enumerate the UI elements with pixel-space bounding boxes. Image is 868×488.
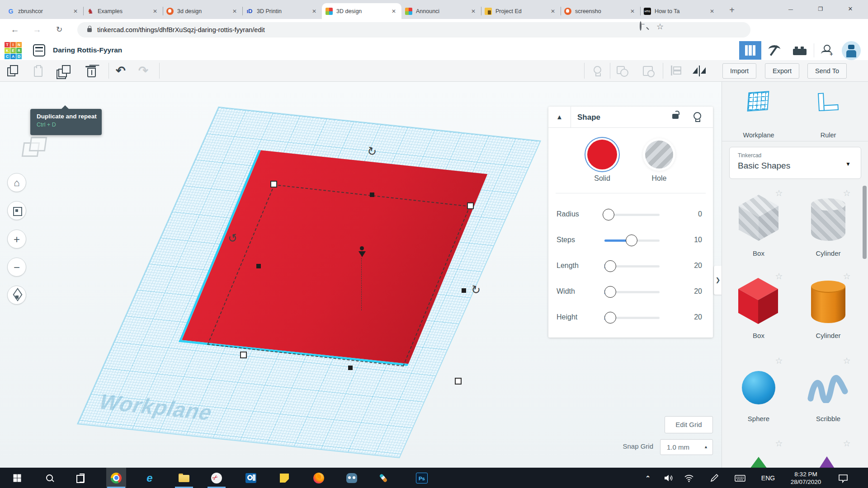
tab-close-icon[interactable] bbox=[231, 7, 239, 15]
hole-option-button[interactable] bbox=[645, 141, 673, 169]
fit-view-button[interactable] bbox=[7, 201, 26, 220]
minecraft-pickaxe-icon[interactable] bbox=[766, 43, 784, 58]
hide-shape-icon[interactable] bbox=[693, 112, 700, 122]
favorite-star-icon[interactable] bbox=[774, 439, 783, 448]
slider-value[interactable]: 20 bbox=[675, 313, 702, 321]
scale-handle[interactable] bbox=[240, 352, 247, 358]
height-handle-cone[interactable] bbox=[359, 251, 366, 257]
favorite-star-icon[interactable] bbox=[842, 272, 851, 281]
taskbar-snipping-tool-icon[interactable] bbox=[207, 468, 226, 488]
undo-icon[interactable] bbox=[114, 65, 127, 77]
task-view-button[interactable] bbox=[71, 468, 91, 488]
ungroup-icon[interactable] bbox=[642, 65, 656, 77]
browser-tab[interactable]: 3D Printin bbox=[242, 3, 322, 19]
browser-tab[interactable]: 3d design bbox=[163, 3, 242, 19]
taskbar-firefox-icon[interactable] bbox=[309, 468, 329, 488]
edge-handle[interactable] bbox=[348, 366, 353, 370]
redo-icon[interactable] bbox=[137, 65, 150, 77]
bookmark-star-icon[interactable] bbox=[656, 22, 665, 31]
zoom-out-button[interactable] bbox=[7, 258, 26, 277]
delete-icon[interactable] bbox=[85, 65, 99, 77]
tray-expand-icon[interactable] bbox=[642, 468, 654, 488]
taskbar-chrome-icon[interactable] bbox=[106, 468, 126, 488]
user-avatar[interactable] bbox=[842, 41, 861, 60]
taskbar-search-button[interactable] bbox=[40, 468, 60, 488]
browser-tab[interactable]: screensho bbox=[561, 3, 640, 19]
edge-handle[interactable] bbox=[256, 264, 261, 268]
height-handle-dot[interactable] bbox=[360, 246, 364, 250]
shape-cone-partial[interactable] bbox=[749, 457, 769, 468]
window-maximize-button[interactable] bbox=[810, 0, 831, 18]
height-slider[interactable] bbox=[604, 311, 660, 324]
favorite-star-icon[interactable] bbox=[774, 357, 783, 366]
show-all-icon[interactable] bbox=[590, 65, 604, 77]
back-button[interactable] bbox=[8, 23, 22, 37]
favorite-star-icon[interactable] bbox=[842, 189, 851, 198]
collapse-panel-icon[interactable] bbox=[548, 107, 571, 127]
edge-handle[interactable] bbox=[370, 192, 374, 197]
tab-close-icon[interactable] bbox=[628, 7, 637, 15]
perspective-toggle-button[interactable] bbox=[7, 286, 26, 305]
edge-handle[interactable] bbox=[462, 288, 466, 293]
start-button[interactable] bbox=[7, 468, 27, 488]
shape-cylinder-solid[interactable] bbox=[811, 281, 845, 323]
shape-scribble[interactable] bbox=[807, 373, 849, 405]
address-bar[interactable]: tinkercad.com/things/dhfBrXuSqzj-daring-… bbox=[77, 22, 750, 38]
window-minimize-button[interactable] bbox=[780, 0, 801, 18]
slider-value[interactable]: 10 bbox=[675, 236, 702, 244]
taskbar-file-explorer-icon[interactable] bbox=[174, 468, 194, 488]
export-button[interactable]: Export bbox=[765, 63, 799, 79]
tab-close-icon[interactable] bbox=[549, 7, 557, 15]
favorite-star-icon[interactable] bbox=[842, 439, 851, 448]
forward-button[interactable] bbox=[30, 23, 44, 37]
slider-value[interactable]: 0 bbox=[675, 210, 702, 218]
radius-slider[interactable] bbox=[604, 208, 660, 221]
scale-handle[interactable] bbox=[455, 378, 462, 385]
slider-value[interactable]: 20 bbox=[675, 287, 702, 296]
edit-grid-button[interactable]: Edit Grid bbox=[665, 416, 713, 433]
paste-icon[interactable] bbox=[32, 65, 45, 77]
volume-icon[interactable] bbox=[663, 473, 674, 483]
grid-view-button[interactable] bbox=[739, 41, 761, 60]
panel-collapse-handle[interactable] bbox=[714, 266, 722, 295]
solid-option-button[interactable] bbox=[587, 140, 617, 169]
width-slider[interactable] bbox=[604, 286, 660, 298]
ruler-tool-icon[interactable] bbox=[818, 92, 839, 111]
tab-close-icon[interactable] bbox=[310, 7, 318, 15]
align-icon[interactable] bbox=[669, 65, 683, 77]
scale-handle[interactable] bbox=[270, 181, 277, 188]
touch-keyboard-icon[interactable] bbox=[734, 473, 745, 483]
shape-pyramid-partial[interactable] bbox=[819, 456, 835, 468]
scale-handle[interactable] bbox=[467, 202, 474, 209]
url-text[interactable]: tinkercad.com/things/dhfBrXuSqzj-daring-… bbox=[97, 26, 265, 33]
shape-box-solid[interactable] bbox=[738, 278, 778, 324]
reload-button[interactable] bbox=[52, 23, 66, 37]
taskbar-clock[interactable]: 8:32 PM 28/07/2020 bbox=[782, 468, 830, 488]
taskbar-photoshop-icon[interactable] bbox=[412, 468, 432, 488]
browser-tab-active[interactable]: 3D design bbox=[322, 3, 401, 19]
tab-close-icon[interactable] bbox=[71, 7, 80, 15]
design-menu-icon[interactable] bbox=[33, 44, 45, 56]
steps-slider[interactable] bbox=[604, 234, 660, 247]
slider-value[interactable]: 20 bbox=[675, 262, 702, 270]
import-button[interactable]: Import bbox=[722, 63, 756, 79]
tab-close-icon[interactable] bbox=[390, 7, 398, 15]
zoom-out-page-icon[interactable] bbox=[640, 22, 649, 31]
rotate-handle-icon[interactable] bbox=[470, 283, 482, 296]
lego-brick-icon[interactable] bbox=[791, 43, 809, 58]
window-close-button[interactable] bbox=[840, 0, 861, 18]
browser-tab[interactable]: Project Ed bbox=[481, 3, 561, 19]
taskbar-krita-icon[interactable] bbox=[376, 468, 396, 488]
taskbar-outlook-icon[interactable] bbox=[241, 468, 261, 488]
shape-box-hole[interactable] bbox=[739, 195, 778, 241]
browser-tab[interactable]: Announci bbox=[401, 3, 481, 19]
group-icon[interactable] bbox=[616, 65, 629, 77]
taskbar-sticky-notes-icon[interactable] bbox=[274, 468, 294, 488]
design-title[interactable]: Daring Rottis-Fyyran bbox=[53, 46, 122, 54]
pen-icon[interactable] bbox=[709, 473, 720, 483]
language-indicator[interactable]: ENG bbox=[759, 468, 777, 488]
browser-tab[interactable]: zbrushcor bbox=[4, 3, 83, 19]
shape-library-dropdown[interactable]: Tinkercad Basic Shapes bbox=[729, 147, 861, 179]
home-view-button[interactable] bbox=[7, 173, 26, 192]
action-center-icon[interactable] bbox=[837, 473, 848, 483]
